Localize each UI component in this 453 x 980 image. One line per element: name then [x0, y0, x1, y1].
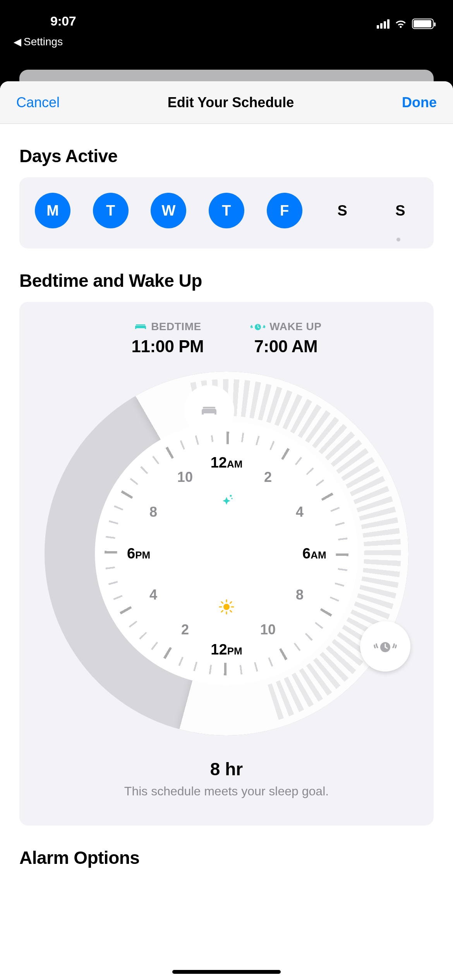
day-toggle-tue[interactable]: T — [93, 193, 129, 228]
bedtime-wakeup-title: Bedtime and Wake Up — [19, 270, 434, 291]
clock-face: 12AM 2 4 6AM 8 10 12PM 2 4 6PM 8 10 — [105, 432, 348, 675]
clock-2t: 2 — [264, 469, 272, 485]
sleep-duration: 8 hr — [35, 759, 418, 780]
battery-icon — [412, 19, 434, 29]
clock-8l: 8 — [149, 504, 157, 520]
bedtime-label: BEDTIME — [151, 320, 201, 333]
clock-10l: 10 — [177, 469, 193, 485]
wakeup-label: WAKE UP — [269, 320, 321, 333]
clock-10r: 10 — [260, 622, 276, 638]
alarm-options-title: Alarm Options — [19, 847, 434, 868]
clock-8r: 8 — [296, 587, 304, 603]
svg-line-8 — [221, 602, 223, 603]
breadcrumb-back[interactable]: ◀ Settings — [14, 36, 63, 48]
sleep-goal-text: This schedule meets your sleep goal. — [35, 784, 418, 798]
clock-4t: 4 — [296, 504, 304, 520]
day-toggle-wed[interactable]: W — [151, 193, 186, 228]
done-button[interactable]: Done — [402, 94, 437, 111]
sun-icon — [218, 598, 235, 615]
status-time: 9:07 — [50, 14, 76, 29]
content: Days Active M T W T F S S Bedtime and Wa… — [0, 146, 453, 868]
day-toggle-sat[interactable]: S — [324, 193, 360, 228]
stars-icon — [218, 492, 235, 509]
svg-point-2 — [231, 498, 233, 499]
clock-4b: 4 — [149, 587, 157, 603]
bedtime-block: BEDTIME 11:00 PM — [132, 320, 204, 356]
wakeup-block: WAKE UP 7:00 AM — [250, 320, 321, 356]
cellular-icon — [377, 19, 390, 29]
wakeup-value: 7:00 AM — [250, 337, 321, 356]
wifi-icon — [394, 19, 407, 29]
nav-title: Edit Your Schedule — [168, 94, 294, 111]
svg-line-11 — [230, 602, 232, 603]
svg-line-10 — [221, 611, 223, 612]
home-indicator[interactable] — [172, 970, 281, 974]
clock-6am: 6AM — [302, 545, 326, 562]
day-toggle-thu[interactable]: T — [209, 193, 244, 228]
sleep-dial[interactable]: 12AM 2 4 6AM 8 10 12PM 2 4 6PM 8 10 — [45, 372, 408, 735]
bed-handle-icon — [199, 403, 219, 418]
day-indicator-dot — [396, 238, 400, 242]
days-active-title: Days Active — [19, 146, 434, 166]
chevron-left-icon: ◀ — [14, 36, 21, 48]
wakeup-handle[interactable] — [360, 621, 410, 672]
bedtime-handle[interactable] — [184, 385, 234, 435]
day-toggle-mon[interactable]: M — [35, 193, 70, 228]
clock-12pm: 12PM — [211, 641, 242, 658]
alarm-handle-icon — [373, 637, 398, 656]
day-toggle-fri[interactable]: F — [267, 193, 302, 228]
cancel-button[interactable]: Cancel — [16, 94, 60, 111]
clock-6pm: 6PM — [127, 545, 150, 562]
days-active-card: M T W T F S S — [19, 177, 434, 248]
svg-point-3 — [223, 604, 230, 610]
alarm-icon — [250, 322, 266, 332]
status-right — [377, 19, 434, 29]
status-bar: 9:07 ◀ Settings — [0, 0, 453, 54]
svg-point-1 — [230, 495, 232, 497]
svg-line-9 — [230, 611, 232, 612]
sleep-summary: 8 hr This schedule meets your sleep goal… — [35, 759, 418, 798]
clock-2b: 2 — [181, 622, 189, 638]
modal-sheet: Cancel Edit Your Schedule Done Days Acti… — [0, 81, 453, 980]
bed-icon — [134, 322, 147, 331]
day-toggle-sun[interactable]: S — [383, 193, 418, 228]
clock-12am: 12AM — [211, 454, 243, 471]
sleep-card: BEDTIME 11:00 PM WAKE UP 7:00 AM — [19, 302, 434, 826]
nav-bar: Cancel Edit Your Schedule Done — [0, 81, 453, 124]
time-row: BEDTIME 11:00 PM WAKE UP 7:00 AM — [35, 320, 418, 356]
bedtime-value: 11:00 PM — [132, 337, 204, 356]
breadcrumb-label: Settings — [24, 36, 63, 48]
